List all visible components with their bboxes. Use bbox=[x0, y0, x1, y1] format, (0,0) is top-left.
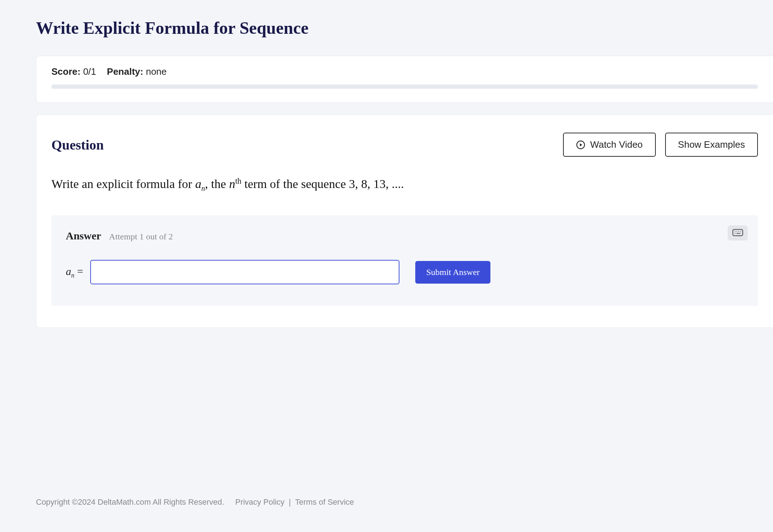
math-a-2: a bbox=[66, 265, 71, 277]
score-row: Score: 0/1 Penalty: none bbox=[51, 66, 758, 77]
progress-bar bbox=[51, 84, 758, 89]
svg-point-3 bbox=[735, 231, 735, 232]
question-header: Question Watch Video Show Examples bbox=[51, 133, 758, 157]
math-n: n bbox=[229, 177, 235, 191]
page: Write Explicit Formula for Sequence Scor… bbox=[0, 0, 773, 328]
watch-video-label: Watch Video bbox=[590, 139, 643, 150]
prompt-tail: term of the sequence bbox=[241, 177, 349, 191]
sequence-text: 3, 8, 13, ... bbox=[349, 177, 401, 191]
footer-separator: | bbox=[289, 497, 291, 506]
terms-link[interactable]: Terms of Service bbox=[295, 497, 354, 506]
footer: Copyright ©2024 DeltaMath.com All Rights… bbox=[36, 497, 354, 507]
question-heading: Question bbox=[51, 137, 104, 153]
score-label: Score: bbox=[51, 66, 81, 77]
math-a: a bbox=[195, 177, 201, 191]
question-prompt: Write an explicit formula for an, the nt… bbox=[51, 175, 758, 194]
prompt-mid: , the bbox=[205, 177, 229, 191]
watch-video-button[interactable]: Watch Video bbox=[563, 133, 656, 157]
svg-point-5 bbox=[738, 231, 739, 232]
svg-point-6 bbox=[740, 231, 741, 232]
score-value: 0/1 bbox=[83, 66, 96, 77]
formula-input[interactable] bbox=[90, 260, 399, 284]
svg-point-7 bbox=[735, 233, 735, 234]
prompt-lead: Write an explicit formula for bbox=[51, 177, 195, 191]
penalty-group: Penalty: none bbox=[107, 66, 166, 77]
copyright-text: Copyright ©2024 DeltaMath.com All Rights… bbox=[36, 497, 224, 506]
show-examples-button[interactable]: Show Examples bbox=[665, 133, 758, 157]
keyboard-button[interactable] bbox=[728, 225, 748, 240]
svg-rect-8 bbox=[736, 233, 740, 234]
score-card: Score: 0/1 Penalty: none bbox=[36, 56, 773, 103]
math-sub-n-1: n bbox=[201, 184, 205, 192]
keyboard-icon bbox=[732, 229, 743, 237]
svg-point-4 bbox=[736, 231, 737, 232]
answer-row: an = Submit Answer bbox=[66, 260, 744, 284]
svg-marker-1 bbox=[580, 143, 582, 146]
answer-label: Answer bbox=[66, 230, 101, 242]
math-sub-n-2: n bbox=[71, 272, 74, 279]
prompt-period: . bbox=[401, 177, 404, 191]
privacy-link[interactable]: Privacy Policy bbox=[235, 497, 284, 506]
answer-header: Answer Attempt 1 out of 2 bbox=[66, 230, 744, 242]
score-group: Score: 0/1 bbox=[51, 66, 96, 77]
answer-block: Answer Attempt 1 out of 2 bbox=[51, 215, 758, 306]
submit-button[interactable]: Submit Answer bbox=[415, 261, 490, 284]
svg-rect-2 bbox=[733, 229, 743, 236]
penalty-value: none bbox=[146, 66, 167, 77]
attempt-text: Attempt 1 out of 2 bbox=[109, 232, 173, 242]
page-title: Write Explicit Formula for Sequence bbox=[36, 18, 773, 38]
penalty-label: Penalty: bbox=[107, 66, 143, 77]
play-circle-icon bbox=[576, 140, 585, 150]
an-equals: an = bbox=[66, 265, 83, 279]
question-card: Question Watch Video Show Examples Write… bbox=[36, 114, 773, 328]
math-sup-th: th bbox=[235, 176, 241, 185]
show-examples-label: Show Examples bbox=[678, 139, 745, 150]
